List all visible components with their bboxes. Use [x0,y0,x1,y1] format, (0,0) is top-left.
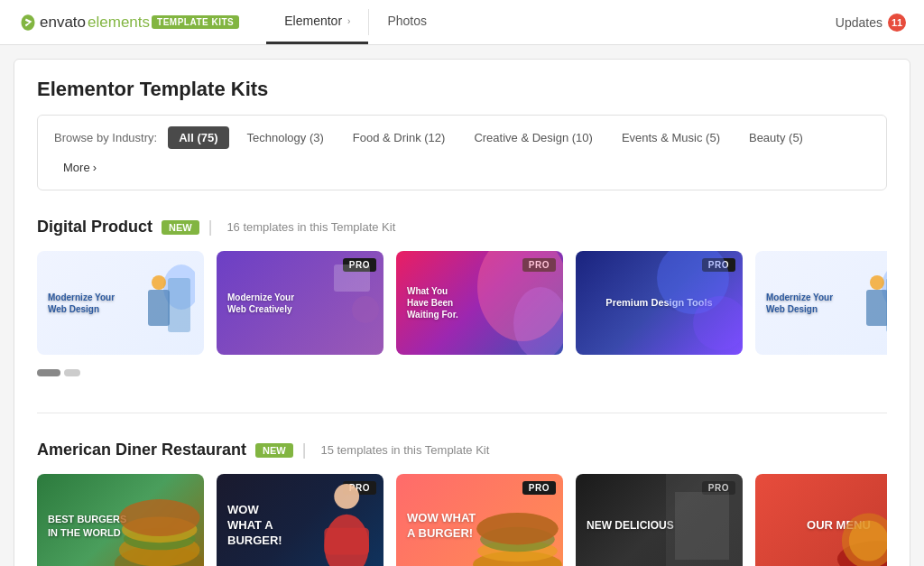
filter-beauty[interactable]: Beauty (5) [738,126,814,149]
svg-rect-21 [324,528,369,555]
res-card-5[interactable]: OUR MENU [755,474,887,566]
envato-leaf-icon [18,13,38,32]
digital-product-new-badge: NEW [162,220,199,235]
logo-envato-text: envato [40,14,86,32]
section-divider-1 [37,413,887,413]
logo: envatoelements TEMPLATE KITS [18,13,239,32]
res-card-4[interactable]: NEW DELICIOUS PRO [576,474,743,566]
section-digital-product: Digital Product NEW | 16 templates in th… [14,209,910,408]
svg-rect-13 [866,290,887,326]
dp-card-2[interactable]: Modernize YourWeb Creatively PRO [217,251,383,355]
filter-food-drink[interactable]: Food & Drink (12) [342,126,457,149]
dp-card-5[interactable]: Modernize YourWeb Design [755,251,887,355]
filter-bar: Browse by Industry: All (75) Technology … [37,115,887,190]
res-card-3[interactable]: WOW WHATA BURGER! PRO [396,474,563,566]
tab-elementor[interactable]: Elementor › [266,0,368,44]
svg-rect-27 [675,492,729,560]
section-divider-pipe-2: | [302,441,307,459]
filter-events-music[interactable]: Events & Music (5) [611,126,731,149]
dp-card-4[interactable]: Premium Design Tools PRO [576,251,743,355]
res-card-3-pro-badge: PRO [522,481,556,495]
tab-photos[interactable]: Photos [369,0,445,44]
section-american-diner: American Diner Restaurant NEW | 15 templ… [14,431,910,566]
tab-elementor-chevron: › [347,16,350,26]
svg-point-30 [848,521,887,561]
dp-card-3-illustration [396,251,563,355]
res-card-2-person [296,478,380,566]
filter-label: Browse by Industry: [54,131,157,144]
section-digital-product-title: Digital Product [37,218,152,237]
updates-label: Updates [836,15,882,30]
section-american-diner-title: American Diner Restaurant [37,441,246,459]
section-digital-product-header: Digital Product NEW | 16 templates in th… [37,218,887,237]
svg-point-19 [334,484,359,509]
american-diner-new-badge: NEW [255,443,293,458]
filter-technology[interactable]: Technology (3) [236,126,335,149]
main-content: Elementor Template Kits Browse by Indust… [14,59,910,566]
section-divider-pipe: | [208,218,213,237]
svg-point-5 [352,296,379,323]
digital-product-cards-row: Modernize YourWeb Design Modernize YourW… [37,251,887,362]
svg-point-18 [118,499,199,536]
res-card-1[interactable]: BEST BURGERSIN THE WORLD [37,474,204,566]
tab-elementor-label: Elementor [284,14,342,28]
updates-count: 11 [888,14,906,32]
svg-point-12 [870,275,884,290]
chevron-right-icon: › [93,161,97,174]
svg-rect-1 [168,278,190,332]
filter-all[interactable]: All (75) [168,126,228,149]
res-card-2[interactable]: WOWWHAT ABURGER! PRO [217,474,383,566]
tab-photos-label: Photos [387,14,427,28]
res-card-4-bg [576,474,743,566]
page-title-section: Elementor Template Kits [14,60,910,115]
res-card-3-burger [463,511,563,566]
svg-rect-4 [334,264,370,292]
logo-badge: TEMPLATE KITS [152,15,239,29]
res-card-1-burger-illustration [88,495,205,566]
svg-point-25 [476,513,559,544]
svg-rect-3 [148,290,170,326]
logo-elements-text: elements [88,14,150,32]
dp-card-3[interactable]: What YouHave BeenWaiting For. PRO [396,251,563,355]
filter-more[interactable]: More › [54,156,106,179]
header-tabs: Elementor › Photos [266,0,445,44]
filter-more-label: More [63,161,90,174]
dp-scroll-dot-1 [37,369,60,376]
dp-card-5-illustration [859,260,887,341]
american-diner-count: 15 templates in this Template Kit [320,443,489,457]
res-card-5-food [806,495,888,566]
page-title: Elementor Template Kits [37,78,887,101]
section-american-diner-header: American Diner Restaurant NEW | 15 templ… [37,441,887,459]
header: envatoelements TEMPLATE KITS Elementor ›… [0,0,924,45]
dp-scroll-dot-2 [64,369,80,376]
dp-scroll-indicator [37,362,887,390]
dp-card-2-illustration [316,255,379,328]
dp-card-1-illustration [141,260,195,341]
svg-point-2 [152,275,166,290]
dp-card-1[interactable]: Modernize YourWeb Design [37,251,204,355]
updates-button[interactable]: Updates 11 [836,14,906,32]
digital-product-count: 16 templates in this Template Kit [226,220,395,234]
filter-creative-design[interactable]: Creative & Design (10) [463,126,604,149]
american-diner-cards-row: BEST BURGERSIN THE WORLD WOWWHAT ABURGER… [37,474,887,566]
dp-card-4-illustration [576,251,743,355]
